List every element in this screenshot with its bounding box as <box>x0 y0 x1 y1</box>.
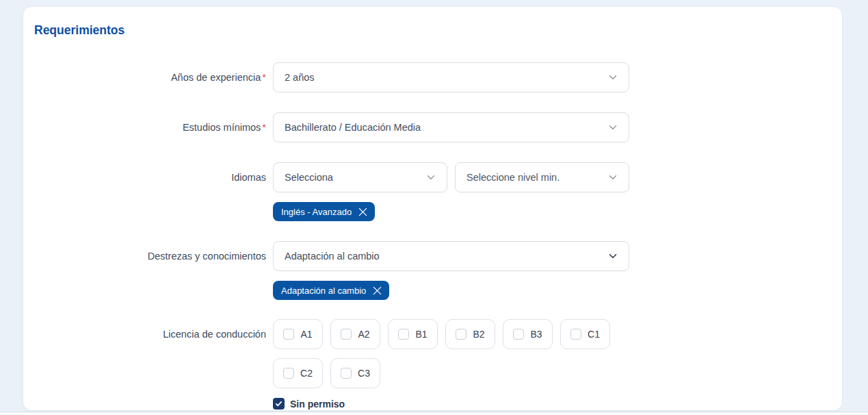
language-level-placeholder: Seleccione nivel min. <box>466 172 607 183</box>
education-label: Estudios mínimos* <box>34 112 273 142</box>
license-option-c1[interactable]: C1 <box>560 319 610 349</box>
chevron-down-icon <box>607 171 619 184</box>
skills-select-value: Adaptación al cambio <box>285 251 607 262</box>
checkbox-unchecked[interactable] <box>341 329 352 340</box>
row-education: Estudios mínimos* Bachillerato / Educaci… <box>34 112 842 142</box>
language-tag: Inglés - Avanzado <box>273 202 375 221</box>
row-experience: Años de experiencia* 2 años <box>34 62 842 92</box>
skills-select[interactable]: Adaptación al cambio <box>273 241 629 271</box>
checkbox-unchecked[interactable] <box>456 329 466 340</box>
checkbox-unchecked[interactable] <box>283 329 294 340</box>
required-asterisk: * <box>262 122 266 133</box>
education-select-value: Bachillerato / Educación Media <box>285 122 607 133</box>
section-title: Requerimientos <box>34 23 842 38</box>
required-asterisk: * <box>262 72 266 83</box>
experience-label: Años de experiencia* <box>34 62 273 92</box>
license-option-c3[interactable]: C3 <box>330 358 380 388</box>
skill-tag-label: Adaptación al cambio <box>281 286 366 296</box>
requirements-card: Requerimientos Años de experiencia* 2 añ… <box>23 7 842 410</box>
license-option-b2[interactable]: B2 <box>445 319 495 349</box>
language-select[interactable]: Selecciona <box>273 162 447 192</box>
chevron-down-icon <box>607 250 619 262</box>
close-icon[interactable] <box>372 286 382 296</box>
sin-permiso-label[interactable]: Sin permiso <box>290 399 345 410</box>
education-select[interactable]: Bachillerato / Educación Media <box>273 112 629 142</box>
language-tag-label: Inglés - Avanzado <box>281 207 352 217</box>
checkbox-unchecked[interactable] <box>341 368 352 379</box>
checkbox-unchecked[interactable] <box>570 329 581 340</box>
row-skills: Destrezas y conocimientos Adaptación al … <box>34 241 842 300</box>
checkbox-unchecked[interactable] <box>398 329 409 340</box>
license-option-a1[interactable]: A1 <box>273 319 323 349</box>
check-icon <box>275 400 282 407</box>
license-option-c2[interactable]: C2 <box>273 358 323 388</box>
license-option-b1[interactable]: B1 <box>388 319 438 349</box>
license-option-b3[interactable]: B3 <box>503 319 553 349</box>
license-option-a2[interactable]: A2 <box>330 319 380 349</box>
driving-license-label: Licencia de conducción <box>34 319 273 349</box>
chevron-down-icon <box>425 171 437 184</box>
chevron-down-icon <box>607 121 619 134</box>
skills-label: Destrezas y conocimientos <box>34 241 273 271</box>
row-driving-license: Licencia de conducción A1 A2 B1 <box>34 319 842 388</box>
experience-select[interactable]: 2 años <box>273 62 629 92</box>
checkbox-unchecked[interactable] <box>513 329 524 340</box>
sin-permiso-checkbox[interactable] <box>273 398 285 410</box>
chevron-down-icon <box>607 71 619 84</box>
sin-permiso-row: Sin permiso <box>273 398 842 410</box>
bottom-bar-divider <box>0 412 868 415</box>
skill-tag: Adaptación al cambio <box>273 281 389 300</box>
language-select-placeholder: Selecciona <box>285 172 425 183</box>
checkbox-unchecked[interactable] <box>283 368 294 379</box>
row-languages: Idiomas Selecciona Seleccione nivel min. <box>34 162 842 221</box>
requirements-form: Años de experiencia* 2 años Estudios mín… <box>34 62 842 410</box>
close-icon[interactable] <box>358 207 368 217</box>
experience-select-value: 2 años <box>285 72 607 83</box>
languages-label: Idiomas <box>34 162 273 192</box>
language-level-select[interactable]: Seleccione nivel min. <box>455 162 629 192</box>
